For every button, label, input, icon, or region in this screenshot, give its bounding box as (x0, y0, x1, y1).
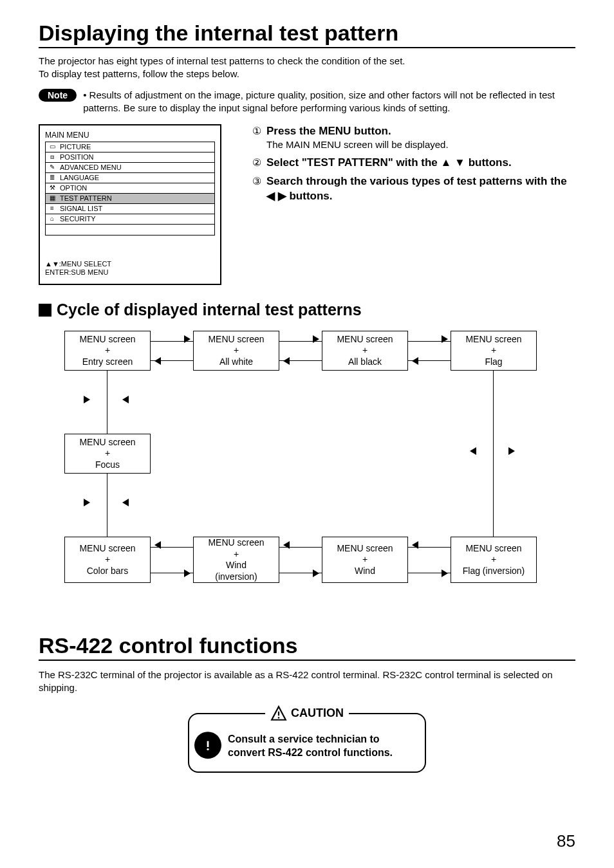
intro-line2: To display test patterns, follow the ste… (39, 68, 239, 79)
cycle-cell-windinv: MENU screen+Wind(inversion) (193, 537, 279, 583)
right-arrow-icon (313, 569, 319, 579)
right-arrow-icon (442, 569, 448, 579)
step-number-icon: ② (252, 156, 261, 171)
cycle-cell-allwhite: MENU screen+All white (193, 331, 279, 371)
cycle-cell-wind: MENU screen+Wind (322, 537, 408, 583)
osd-item-signallist: ≡SIGNAL LIST (46, 204, 214, 214)
rs-intro-text: The RS-232C terminal of the projector is… (39, 669, 575, 695)
step-2: ② Select "TEST PATTERN" with the ▲ ▼ but… (252, 156, 575, 171)
svg-point-4 (207, 748, 209, 750)
osd-item-label: POSITION (60, 153, 94, 161)
step3-b: buttons. (289, 190, 332, 202)
cycle-diagram: MENU screen+Entry screen MENU screen+All… (64, 331, 554, 607)
cycle-cell-colorbars: MENU screen+Color bars (64, 537, 151, 583)
h2-text: Cycle of displayed internal test pattern… (57, 300, 362, 319)
osd-item-label: SECURITY (60, 215, 96, 223)
note-row: Note • Results of adjustment on the imag… (39, 89, 575, 115)
step-number-icon: ① (252, 124, 261, 152)
cycle-cell-flag: MENU screen+Flag (451, 331, 537, 371)
section-heading-cycle: Cycle of displayed internal test pattern… (39, 300, 575, 319)
note-label: Note (39, 89, 77, 102)
step1-title: Press the MENU button. (266, 125, 391, 137)
osd-item-option: ⚒OPTION (46, 183, 214, 194)
osd-menu-footer: ▲▼:MENU SELECT ENTER:SUB MENU (45, 260, 215, 278)
osd-item-advanced: ✎ADVANCED MENU (46, 163, 214, 173)
left-arrow-icon (283, 540, 290, 551)
cycle-cell-allblack: MENU screen+All black (322, 331, 408, 371)
osd-item-picture: ▭PICTURE (46, 142, 214, 152)
osd-item-label: TEST PATTERN (60, 194, 112, 202)
left-arrow-icon (283, 356, 290, 367)
osd-item-blank (46, 225, 214, 235)
down-triangle-icon: ▼ (454, 156, 465, 169)
position-icon: ⧈ (48, 153, 56, 161)
left-arrow-icon (154, 356, 161, 367)
page-title-2: RS-422 control functions (39, 633, 575, 661)
osd-footer-2: ENTER:SUB MENU (45, 268, 108, 276)
osd-item-label: SIGNAL LIST (60, 205, 102, 212)
intro-text: The projector has eight types of interna… (39, 55, 575, 80)
page-number: 85 (557, 831, 575, 851)
left-arrow-icon (122, 395, 129, 405)
exclamation-circle-icon (194, 732, 221, 759)
step1-sub: The MAIN MENU screen will be displayed. (266, 138, 449, 151)
left-arrow-icon (154, 540, 161, 551)
osd-item-security: ⌂SECURITY (46, 214, 214, 225)
caution-box: CAUTION Consult a service technician to … (188, 713, 426, 773)
osd-item-position: ⧈POSITION (46, 152, 214, 163)
right-arrow-icon (184, 335, 191, 345)
left-arrow-icon (122, 498, 129, 508)
osd-menu-box: MAIN MENU ▭PICTURE ⧈POSITION ✎ADVANCED M… (39, 124, 221, 286)
osd-item-testpattern: ▦TEST PATTERN (46, 194, 214, 204)
language-icon: ≣ (48, 174, 56, 181)
svg-point-2 (278, 717, 280, 719)
caution-label: CAUTION (265, 705, 349, 722)
right-triangle-icon: ▶ (278, 190, 286, 202)
osd-item-label: PICTURE (60, 143, 91, 151)
step-3: ③ Search through the various types of te… (252, 174, 575, 204)
right-arrow-icon (313, 335, 319, 345)
cycle-cell-entry: MENU screen+Entry screen (64, 331, 151, 371)
note-body: • Results of adjustment on the image, pi… (83, 89, 575, 115)
intro-line1: The projector has eight types of interna… (39, 55, 405, 66)
warning-triangle-icon (270, 705, 287, 722)
square-bullet-icon (39, 304, 51, 317)
steps-list: ① Press the MENU button. The MAIN MENU s… (252, 124, 575, 208)
page-title-1: Displaying the internal test pattern (39, 21, 575, 48)
right-arrow-icon (84, 498, 90, 508)
osd-menu-list: ▭PICTURE ⧈POSITION ✎ADVANCED MENU ≣LANGU… (45, 142, 215, 235)
picture-icon: ▭ (48, 143, 56, 151)
left-triangle-icon: ◀ (266, 190, 275, 202)
cycle-cell-focus: MENU screen+Focus (64, 434, 151, 474)
osd-item-label: ADVANCED MENU (60, 163, 122, 171)
osd-footer-1: ▲▼:MENU SELECT (45, 260, 111, 268)
osd-item-label: LANGUAGE (60, 174, 99, 181)
option-icon: ⚒ (48, 184, 56, 192)
step-1: ① Press the MENU button. The MAIN MENU s… (252, 124, 575, 152)
right-arrow-icon (442, 335, 448, 345)
caution-body-text: Consult a service technician to convert … (228, 734, 393, 759)
left-arrow-icon (412, 356, 418, 367)
osd-item-label: OPTION (60, 184, 87, 192)
step2-a: Select "TEST PATTERN" with the (266, 156, 441, 169)
step3-a: Search through the various types of test… (266, 175, 567, 187)
signallist-icon: ≡ (48, 205, 56, 212)
right-arrow-icon (508, 447, 515, 457)
osd-item-language: ≣LANGUAGE (46, 173, 214, 183)
step2-b: buttons. (469, 156, 512, 169)
up-triangle-icon: ▲ (441, 156, 452, 169)
advanced-icon: ✎ (48, 163, 56, 171)
right-arrow-icon (184, 569, 191, 579)
caution-label-text: CAUTION (291, 705, 344, 721)
cycle-cell-flaginv: MENU screen+Flag (inversion) (451, 537, 537, 583)
left-arrow-icon (412, 540, 418, 551)
security-icon: ⌂ (48, 215, 56, 223)
left-arrow-icon (470, 447, 476, 457)
testpattern-icon: ▦ (48, 194, 56, 202)
step-number-icon: ③ (252, 174, 261, 204)
right-arrow-icon (84, 395, 90, 405)
osd-menu-title: MAIN MENU (45, 131, 215, 140)
